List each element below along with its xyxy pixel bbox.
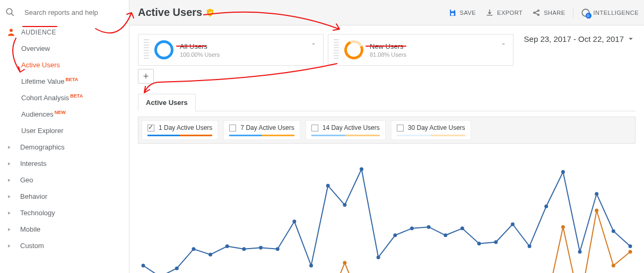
svg-point-29 [477, 242, 481, 245]
svg-point-67 [612, 264, 615, 268]
sidebar-item-interests[interactable]: Interests [0, 155, 129, 172]
metric-label: 30 Day Active Users [408, 124, 465, 131]
sidebar-item-lifetime-value[interactable]: Lifetime Value BETA [0, 73, 129, 90]
donut-orange-icon [342, 38, 366, 62]
topbar: Active Users SAVE EXPORT SHARE 0 INTELL [129, 0, 644, 25]
segment-subtitle: 100.00% Users [180, 51, 220, 58]
segment-new-users[interactable]: New Users 81.08% Users [328, 34, 514, 66]
svg-point-33 [544, 205, 548, 208]
sidebar-item-label: Behavior [20, 192, 47, 200]
sidebar-item-label: User Explorer [21, 127, 63, 135]
sidebar-item-label: Custom [20, 242, 44, 250]
svg-point-16 [259, 246, 263, 250]
svg-point-2 [10, 29, 13, 32]
sidebar-item-label: Audiences [21, 110, 54, 118]
add-segment-button[interactable]: + [138, 69, 154, 84]
checkbox-icon [229, 125, 236, 131]
metric-toggle-1-day-active-users[interactable]: 1 Day Active Users [142, 120, 218, 140]
svg-point-32 [528, 244, 532, 248]
sidebar-section-label: AUDIENCE [21, 29, 56, 36]
sidebar-item-demographics[interactable]: Demographics [0, 139, 129, 155]
chevron-down-icon[interactable] [309, 40, 318, 48]
svg-point-30 [494, 240, 498, 244]
svg-point-38 [629, 244, 632, 248]
svg-point-24 [393, 233, 397, 237]
share-button[interactable]: SHARE [532, 8, 565, 17]
page-title: Active Users [138, 6, 202, 19]
svg-point-0 [6, 8, 12, 14]
svg-point-19 [309, 264, 313, 268]
donut-blue-icon [154, 40, 173, 59]
svg-point-18 [292, 219, 296, 223]
sidebar-item-active-users[interactable]: Active Users [0, 57, 129, 73]
caret-right-icon [4, 178, 14, 183]
metric-toggle-7-day-active-users[interactable]: 7 Day Active Users [223, 120, 300, 140]
search-icon [5, 7, 15, 17]
export-button[interactable]: EXPORT [485, 8, 523, 17]
sidebar-item-overview[interactable]: Overview [0, 40, 129, 57]
svg-point-6 [538, 10, 539, 11]
svg-point-13 [208, 253, 212, 257]
sidebar-item-label: Lifetime Value [21, 77, 64, 85]
checkbox-icon [311, 125, 318, 131]
caret-right-icon [4, 243, 14, 249]
sidebar-section-audience[interactable]: AUDIENCE [0, 24, 129, 40]
caret-right-icon [4, 210, 14, 216]
checkbox-icon [147, 125, 154, 131]
drag-handle-icon[interactable] [144, 39, 149, 60]
svg-point-11 [175, 267, 179, 270]
sidebar-item-behavior[interactable]: Behavior [0, 188, 129, 205]
svg-point-37 [612, 230, 615, 233]
caret-right-icon [4, 161, 14, 166]
metric-label: 14 Day Active Users [323, 124, 380, 131]
intelligence-icon: 0 [581, 8, 590, 17]
sidebar-item-label: Technology [20, 209, 55, 217]
svg-rect-4 [451, 13, 454, 15]
sidebar-item-audiences[interactable]: Audiences NEW [0, 106, 129, 122]
svg-point-31 [511, 223, 515, 226]
svg-point-20 [326, 184, 330, 188]
beta-badge: BETA [70, 93, 83, 99]
segment-name: New Users [370, 42, 406, 50]
svg-point-36 [595, 192, 598, 196]
svg-rect-3 [451, 10, 454, 11]
search-input[interactable] [24, 8, 120, 16]
sidebar-item-cohort-analysis[interactable]: Cohort Analysis BETA [0, 90, 129, 106]
sidebar-item-label: Interests [20, 160, 47, 168]
svg-point-66 [595, 209, 598, 213]
sidebar-item-mobile[interactable]: Mobile [0, 221, 129, 237]
sidebar-item-geo[interactable]: Geo [0, 172, 129, 188]
svg-point-12 [192, 247, 195, 251]
sidebar-item-user-explorer[interactable]: User Explorer [0, 122, 129, 139]
search-row [0, 3, 129, 24]
active-users-chart: Sep 29Oct 6Oct 13Oct 20 [138, 154, 636, 273]
beta-badge: BETA [65, 77, 78, 82]
segment-all-users[interactable]: All Users 100.00% Users [138, 34, 324, 66]
sidebar-item-custom[interactable]: Custom [0, 237, 129, 254]
chevron-down-icon[interactable] [499, 40, 508, 48]
share-icon [532, 8, 541, 17]
metric-toggle-30-day-active-users[interactable]: 30 Day Active Users [391, 120, 471, 140]
metric-label: 1 Day Active Users [159, 124, 212, 131]
tab-active-users[interactable]: Active Users [138, 94, 196, 111]
svg-line-1 [11, 13, 14, 16]
svg-point-51 [343, 261, 346, 265]
svg-point-17 [276, 247, 280, 251]
svg-point-7 [538, 14, 539, 15]
sidebar-item-technology[interactable]: Technology [0, 205, 129, 221]
person-icon [6, 28, 16, 37]
sidebar-item-label: Active Users [21, 61, 60, 69]
sidebar-item-label: Geo [20, 176, 33, 184]
caret-right-icon [4, 227, 14, 232]
verified-shield-icon [205, 8, 215, 17]
intelligence-button[interactable]: 0 INTELLIGENCE [573, 8, 639, 17]
sidebar-item-label: Cohort Analysis [21, 94, 69, 102]
metric-toggle-14-day-active-users[interactable]: 14 Day Active Users [306, 120, 386, 140]
beta-badge: NEW [55, 110, 66, 115]
drag-handle-icon[interactable] [334, 39, 339, 60]
save-button[interactable]: SAVE [448, 8, 476, 17]
download-icon [485, 8, 494, 17]
date-range-picker[interactable]: Sep 23, 2017 - Oct 22, 2017 [524, 34, 636, 43]
segment-name: All Users [180, 42, 220, 50]
caret-down-icon [626, 34, 636, 43]
